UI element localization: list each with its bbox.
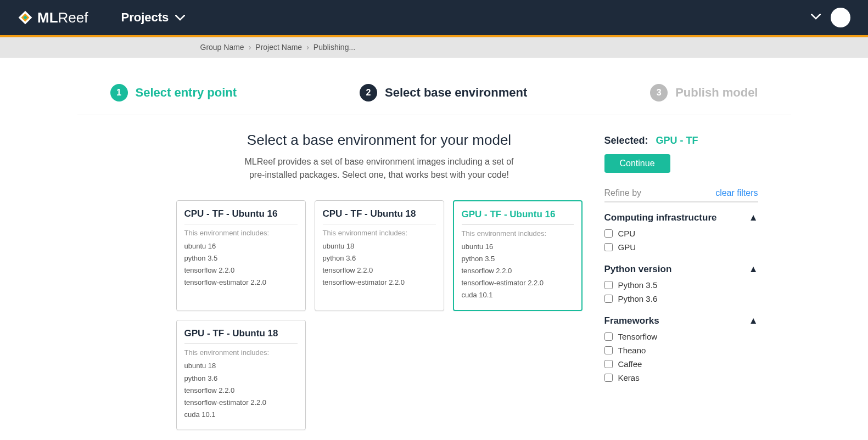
filter-group: Computing infrastructure▲CPUGPU (604, 212, 758, 252)
filter-option[interactable]: Caffee (604, 359, 758, 369)
filter-group-title: Computing infrastructure (604, 212, 717, 223)
step-number: 3 (650, 84, 668, 101)
environment-card[interactable]: GPU - TF - Ubuntu 18This environment inc… (176, 320, 306, 430)
filter-group: Frameworks▲TensorflowTheanoCaffeeKeras (604, 315, 758, 382)
card-package-item: tensorflow 2.2.0 (462, 265, 574, 277)
sidebar: Selected: GPU - TF Continue Refine by cl… (604, 132, 758, 394)
filter-options: Python 3.5Python 3.6 (604, 280, 758, 303)
continue-button[interactable]: Continue (604, 154, 670, 173)
filter-group-title: Frameworks (604, 315, 659, 326)
user-menu-chevron-icon[interactable] (811, 13, 821, 22)
card-package-list: ubuntu 16python 3.5tensorflow 2.2.0tenso… (462, 241, 574, 301)
breadcrumb-project[interactable]: Project Name (255, 43, 302, 52)
filter-checkbox[interactable] (604, 229, 613, 238)
filter-group-header[interactable]: Computing infrastructure▲ (604, 212, 758, 223)
step-number: 1 (110, 84, 128, 101)
chevron-down-icon (175, 10, 185, 25)
card-package-item: python 3.5 (462, 253, 574, 265)
filter-checkbox[interactable] (604, 346, 613, 354)
refine-row: Refine by clear filters (604, 188, 758, 202)
filter-option-label: Python 3.6 (618, 294, 658, 303)
selected-row: Selected: GPU - TF (604, 135, 758, 146)
filter-checkbox[interactable] (604, 295, 613, 303)
card-package-item: tensorflow 2.2.0 (184, 264, 298, 277)
nav-projects[interactable]: Projects (121, 10, 185, 25)
step-select-entry-point[interactable]: 1 Select entry point (110, 84, 237, 101)
filter-option-label: Theano (618, 346, 646, 355)
filter-option-label: CPU (618, 229, 636, 238)
filter-group-header[interactable]: Python version▲ (604, 264, 758, 275)
selected-value: GPU - TF (656, 135, 698, 146)
step-select-base-environment[interactable]: 2 Select base environment (360, 84, 527, 101)
card-package-item: tensorflow 2.2.0 (323, 264, 436, 277)
filter-option-label: Python 3.5 (618, 280, 658, 290)
filter-options: CPUGPU (604, 229, 758, 252)
breadcrumb-group[interactable]: Group Name (200, 43, 244, 52)
chevron-up-icon: ▲ (749, 315, 758, 326)
filter-option[interactable]: Keras (604, 373, 758, 382)
breadcrumb-current: Publishing... (313, 43, 355, 52)
card-includes-label: This environment includes: (323, 229, 436, 237)
filter-option[interactable]: Python 3.6 (604, 294, 758, 303)
card-package-item: cuda 10.1 (462, 289, 574, 301)
step-publish-model[interactable]: 3 Publish model (650, 84, 758, 101)
card-package-item: tensorflow 2.2.0 (184, 385, 298, 397)
filter-checkbox[interactable] (604, 332, 613, 341)
step-label: Select entry point (136, 86, 237, 100)
card-includes-label: This environment includes: (184, 229, 298, 237)
card-package-item: ubuntu 18 (184, 360, 298, 372)
card-package-item: python 3.6 (184, 373, 298, 385)
clear-filters-link[interactable]: clear filters (715, 188, 758, 198)
card-package-item: ubuntu 16 (184, 240, 298, 252)
environment-card[interactable]: GPU - TF - Ubuntu 16This environment inc… (453, 200, 583, 311)
stepper: 1 Select entry point 2 Select base envir… (77, 58, 791, 115)
filter-option[interactable]: Theano (604, 346, 758, 355)
card-package-item: cuda 10.1 (184, 409, 298, 421)
step-label: Publish model (675, 86, 758, 100)
filter-option-label: Caffee (618, 359, 642, 369)
filter-option[interactable]: GPU (604, 242, 758, 252)
nav-projects-label: Projects (121, 10, 169, 25)
filter-option[interactable]: Tensorflow (604, 332, 758, 341)
brand-text: MLReef (37, 9, 88, 26)
avatar[interactable] (831, 8, 850, 27)
filter-option[interactable]: Python 3.5 (604, 280, 758, 290)
card-title: CPU - TF - Ubuntu 18 (323, 208, 436, 224)
topbar: MLReef Projects (0, 0, 868, 35)
chevron-right-icon: › (306, 43, 309, 52)
environment-cards: CPU - TF - Ubuntu 16This environment inc… (176, 200, 583, 430)
filter-checkbox[interactable] (604, 374, 613, 382)
card-includes-label: This environment includes: (184, 348, 298, 357)
step-label: Select base environment (385, 86, 527, 100)
step-number: 2 (360, 84, 377, 101)
filter-checkbox[interactable] (604, 360, 613, 368)
refine-by-label: Refine by (604, 188, 642, 198)
filter-checkbox[interactable] (604, 243, 613, 251)
filter-group-header[interactable]: Frameworks▲ (604, 315, 758, 326)
card-package-item: python 3.6 (323, 252, 436, 264)
card-title: GPU - TF - Ubuntu 16 (462, 209, 574, 225)
environment-card[interactable]: CPU - TF - Ubuntu 16This environment inc… (176, 200, 306, 311)
content-area: Select a base environment for your model… (176, 132, 583, 430)
chevron-right-icon: › (249, 43, 251, 52)
filter-group: Python version▲Python 3.5Python 3.6 (604, 264, 758, 303)
selected-label: Selected: (604, 135, 648, 146)
filter-checkbox[interactable] (604, 281, 613, 289)
mlreef-logo-icon (18, 10, 33, 25)
card-includes-label: This environment includes: (462, 229, 574, 238)
filter-option-label: GPU (618, 242, 636, 252)
chevron-up-icon: ▲ (749, 264, 758, 275)
filter-option-label: Keras (618, 373, 640, 382)
brand-logo[interactable]: MLReef (18, 9, 88, 26)
chevron-up-icon: ▲ (749, 212, 758, 223)
page-subtitle: MLReef provides a set of base environmen… (176, 155, 583, 182)
filter-options: TensorflowTheanoCaffeeKeras (604, 332, 758, 382)
environment-card[interactable]: CPU - TF - Ubuntu 18This environment inc… (315, 200, 444, 311)
card-package-item: python 3.5 (184, 252, 298, 264)
card-package-item: tensorflow-estimator 2.2.0 (184, 397, 298, 409)
card-package-item: ubuntu 16 (462, 241, 574, 253)
main-content: Select a base environment for your model… (77, 115, 791, 440)
card-package-item: tensorflow-estimator 2.2.0 (462, 277, 574, 289)
filter-option[interactable]: CPU (604, 229, 758, 238)
card-package-item: tensorflow-estimator 2.2.0 (184, 277, 298, 289)
